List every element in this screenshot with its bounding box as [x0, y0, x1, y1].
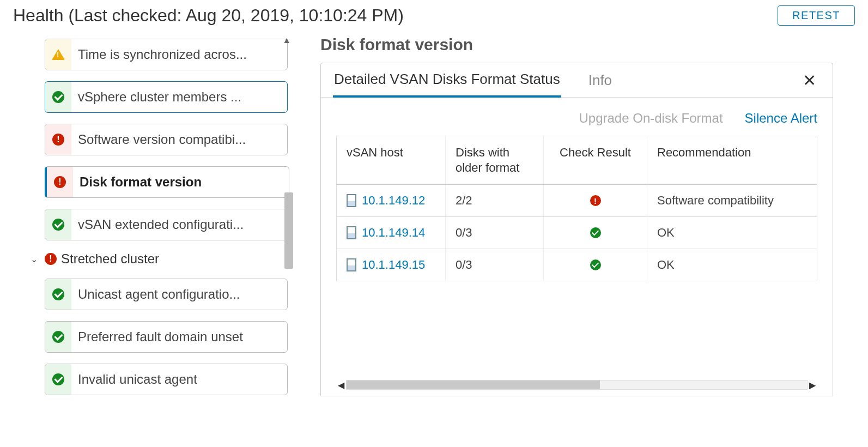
health-check-item-selected[interactable]: Disk format version: [45, 166, 289, 198]
ok-icon: [52, 219, 64, 231]
health-checks-list: ▲ Time is synchronized acros... vSphere …: [0, 29, 305, 438]
health-check-label: Time is synchronized acros...: [71, 47, 247, 62]
health-check-item[interactable]: Software version compatibi...: [45, 124, 288, 155]
disks-value: 2/2: [446, 185, 544, 216]
health-check-item[interactable]: vSphere cluster members ...: [45, 81, 288, 113]
health-check-label: Invalid unicast agent: [71, 372, 197, 387]
ok-icon: [52, 373, 64, 385]
health-check-label: Unicast agent configuratio...: [71, 287, 240, 302]
warning-icon: [52, 49, 65, 60]
scroll-right-arrow[interactable]: ▶: [808, 380, 817, 390]
error-icon: [45, 253, 57, 265]
ok-icon: [590, 259, 601, 270]
health-check-label: Preferred fault domain unset: [71, 329, 243, 345]
detail-tabs: Detailed VSAN Disks Format Status Info ✕: [321, 63, 833, 98]
host-icon: [347, 258, 356, 271]
upgrade-format-button[interactable]: Upgrade On-disk Format: [579, 111, 723, 126]
ok-icon: [52, 288, 64, 300]
health-check-item[interactable]: Time is synchronized acros...: [45, 39, 288, 70]
silence-alert-button[interactable]: Silence Alert: [745, 111, 817, 126]
recommendation: OK: [647, 249, 817, 281]
ok-icon: [590, 227, 601, 238]
table-row[interactable]: 10.1.149.12 2/2 Software compatibility: [337, 185, 817, 217]
disks-value: 0/3: [446, 249, 544, 281]
health-check-item[interactable]: Unicast agent configuratio...: [45, 279, 288, 310]
host-link[interactable]: 10.1.149.15: [362, 258, 425, 272]
error-icon: [52, 134, 64, 146]
retest-button[interactable]: RETEST: [778, 5, 855, 26]
close-icon[interactable]: ✕: [798, 69, 821, 92]
health-check-detail: Disk format version Detailed VSAN Disks …: [305, 29, 868, 438]
health-category-header[interactable]: ⌄ Stretched cluster: [28, 251, 300, 267]
disk-format-table: vSAN host Disks with older format Check …: [321, 136, 833, 396]
health-check-label: Software version compatibi...: [71, 132, 246, 147]
page-body: ▲ Time is synchronized acros... vSphere …: [0, 29, 868, 438]
error-icon: [590, 195, 601, 206]
health-check-item[interactable]: vSAN extended configurati...: [45, 209, 288, 240]
error-icon: [54, 176, 66, 188]
host-icon: [347, 194, 356, 207]
ok-icon: [52, 331, 64, 343]
chevron-down-icon: ⌄: [28, 254, 39, 264]
scroll-up-arrow[interactable]: ▲: [282, 35, 291, 45]
health-check-item[interactable]: Preferred fault domain unset: [45, 321, 288, 353]
page-header: Health (Last checked: Aug 20, 2019, 10:1…: [0, 0, 868, 29]
health-check-label: vSAN extended configurati...: [71, 217, 244, 232]
health-check-label: Disk format version: [73, 174, 202, 190]
health-category-label: Stretched cluster: [61, 251, 159, 267]
detail-title: Disk format version: [320, 35, 833, 54]
table-header: vSAN host Disks with older format Check …: [337, 136, 817, 185]
scrollbar-thumb[interactable]: [284, 192, 293, 269]
scroll-left-arrow[interactable]: ◀: [336, 380, 346, 390]
table-row[interactable]: 10.1.149.14 0/3 OK: [337, 217, 817, 249]
horizontal-scrollbar[interactable]: ◀ ▶: [336, 379, 817, 390]
detail-panel: Detailed VSAN Disks Format Status Info ✕…: [320, 63, 833, 396]
host-link[interactable]: 10.1.149.12: [362, 194, 425, 208]
tab-info[interactable]: Info: [587, 64, 613, 96]
ok-icon: [52, 91, 64, 103]
recommendation: Software compatibility: [647, 185, 817, 216]
recommendation: OK: [647, 217, 817, 249]
health-check-label: vSphere cluster members ...: [71, 89, 241, 105]
disks-value: 0/3: [446, 217, 544, 249]
page-title: Health (Last checked: Aug 20, 2019, 10:1…: [13, 5, 404, 26]
col-disks[interactable]: Disks with older format: [446, 136, 544, 184]
tab-disk-format-status[interactable]: Detailed VSAN Disks Format Status: [333, 63, 561, 98]
health-check-item[interactable]: Invalid unicast agent: [45, 364, 288, 395]
table-row[interactable]: 10.1.149.15 0/3 OK: [337, 249, 817, 281]
col-check[interactable]: Check Result: [544, 136, 647, 184]
scrollbar-thumb[interactable]: [347, 380, 600, 389]
host-link[interactable]: 10.1.149.14: [362, 226, 425, 240]
detail-actions: Upgrade On-disk Format Silence Alert: [321, 98, 833, 136]
host-icon: [347, 226, 356, 239]
col-recommend[interactable]: Recommendation: [647, 136, 817, 184]
col-vsan-host[interactable]: vSAN host: [337, 136, 446, 184]
